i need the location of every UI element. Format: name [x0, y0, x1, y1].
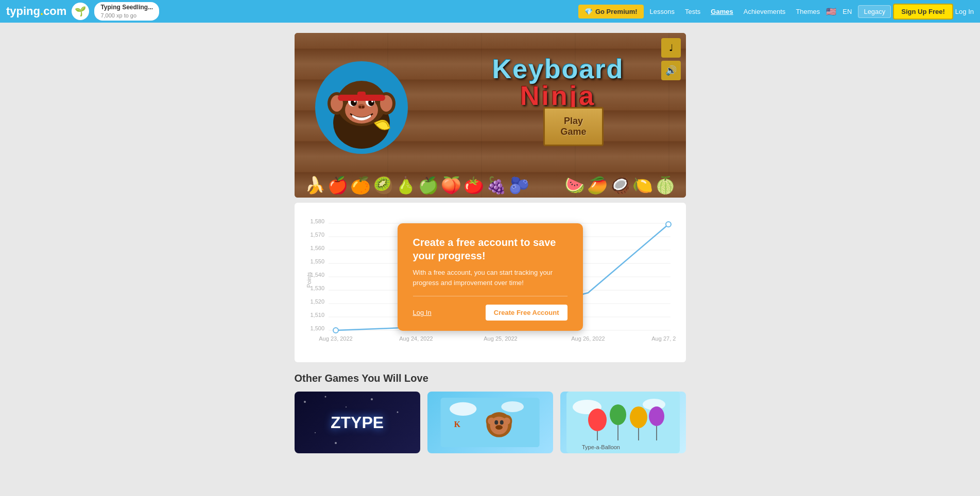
- nav: 💎 Go Premium! Lessons Tests Games Achiev…: [578, 4, 974, 20]
- svg-point-48: [346, 406, 347, 408]
- login-button[interactable]: Log In: [955, 8, 974, 15]
- signup-button[interactable]: Sign Up Free!: [893, 4, 953, 20]
- main-content: Keyboard Ninja PlayGame 🍌🍎🍊🥝🍐 🍏🍑🍅🍇🫐 🍉🥭🥥🍋…: [0, 23, 980, 474]
- svg-point-75: [649, 406, 664, 426]
- user-info[interactable]: Typing Seedling... 7,000 xp to go: [94, 2, 159, 21]
- card-divider: [413, 296, 568, 296]
- svg-point-54: [450, 402, 476, 416]
- svg-point-62: [494, 420, 498, 425]
- play-game-button[interactable]: PlayGame: [543, 107, 603, 146]
- card-actions: Log In Create Free Account: [413, 305, 568, 321]
- svg-text:1,540: 1,540: [310, 272, 324, 278]
- svg-text:Aug 26, 2022: Aug 26, 2022: [571, 335, 605, 342]
- language-flag: 🇺🇸: [826, 7, 836, 16]
- game-card-inner: K: [427, 392, 553, 453]
- svg-text:Aug 24, 2022: Aug 24, 2022: [399, 335, 433, 342]
- svg-point-63: [500, 420, 504, 425]
- sound-button[interactable]: 🔊: [661, 61, 681, 80]
- logo-area: typing.com: [6, 5, 66, 18]
- other-games-section: Other Games You Will Love ZTYPE: [295, 373, 686, 453]
- user-name: Typing Seedling...: [100, 4, 153, 12]
- sparkle-decoration: [295, 392, 420, 453]
- svg-point-49: [371, 398, 373, 400]
- other-games-title: Other Games You Will Love: [295, 373, 686, 384]
- card-create-account-button[interactable]: Create Free Account: [486, 305, 568, 321]
- header: typing.com 🌱 Typing Seedling... 7,000 xp…: [0, 0, 980, 23]
- games-grid: ZTYPE: [295, 392, 686, 453]
- legacy-button[interactable]: Legacy: [858, 5, 891, 18]
- progress-card-body: With a free account, you can start track…: [413, 268, 568, 288]
- nav-achievements[interactable]: Achievements: [740, 6, 790, 17]
- progress-card: Create a free account to save your progr…: [398, 223, 583, 331]
- svg-point-17: [362, 106, 364, 109]
- svg-point-39: [333, 328, 338, 333]
- svg-text:1,500: 1,500: [310, 325, 324, 331]
- svg-point-71: [610, 404, 626, 425]
- card-login-button[interactable]: Log In: [413, 309, 432, 316]
- svg-text:1,560: 1,560: [310, 245, 324, 251]
- keyboard-game-graphic: K: [440, 398, 540, 447]
- game-title-ninja: Ninja: [520, 80, 596, 111]
- svg-point-55: [501, 401, 524, 412]
- svg-point-64: [495, 425, 503, 430]
- svg-text:Aug 27, 2022: Aug 27, 2022: [651, 335, 676, 342]
- svg-point-69: [588, 409, 607, 431]
- nav-themes[interactable]: Themes: [792, 6, 824, 17]
- nav-games[interactable]: Games: [707, 6, 737, 17]
- balloon-game-graphic: Type-a-Balloon: [560, 392, 686, 453]
- chart-section: 1,580 1,570 1,560 1,550 1,540 1,530 1,52…: [295, 203, 686, 362]
- nav-lang[interactable]: EN: [838, 6, 856, 17]
- nav-tests[interactable]: Tests: [681, 6, 704, 17]
- logo[interactable]: typing.com: [6, 5, 66, 18]
- game-card-inner: Type-a-Balloon: [560, 392, 686, 453]
- sound-icon: 🔊: [665, 65, 677, 76]
- svg-text:1,580: 1,580: [310, 218, 324, 224]
- game-banner: Keyboard Ninja PlayGame 🍌🍎🍊🥝🍐 🍏🍑🍅🍇🫐 🍉🥭🥥🍋…: [295, 33, 686, 198]
- svg-point-40: [666, 222, 671, 227]
- go-premium-button[interactable]: 💎 Go Premium!: [578, 5, 644, 19]
- svg-point-51: [315, 432, 316, 433]
- monkey-svg: [320, 66, 403, 149]
- svg-text:1,530: 1,530: [310, 285, 324, 291]
- svg-text:Aug 25, 2022: Aug 25, 2022: [484, 335, 517, 342]
- game-title-keyboard: Keyboard: [492, 54, 624, 84]
- fruit-row: 🍌🍎🍊🥝🍐 🍏🍑🍅🍇🫐 🍉🥭🥥🍋🍈: [295, 164, 686, 198]
- music-icon: ♩: [669, 42, 673, 54]
- svg-text:1,510: 1,510: [310, 312, 324, 318]
- svg-text:1,570: 1,570: [310, 232, 324, 238]
- svg-text:1,520: 1,520: [310, 298, 324, 305]
- monkey-avatar: [315, 61, 408, 154]
- game-card-keyboard[interactable]: K: [427, 392, 553, 453]
- game-title-area: Keyboard Ninja: [492, 54, 624, 111]
- svg-point-46: [304, 401, 306, 403]
- chart-container: 1,580 1,570 1,560 1,550 1,540 1,530 1,52…: [305, 213, 676, 347]
- game-card-balloon[interactable]: Type-a-Balloon: [560, 392, 686, 453]
- svg-point-47: [324, 396, 326, 398]
- progress-card-title: Create a free account to save your progr…: [413, 236, 568, 262]
- svg-point-16: [358, 106, 361, 109]
- diamond-icon: 💎: [584, 8, 593, 15]
- svg-point-73: [630, 406, 647, 428]
- svg-text:Type-a-Balloon: Type-a-Balloon: [582, 444, 620, 450]
- svg-text:K: K: [454, 420, 461, 429]
- svg-point-50: [397, 412, 398, 413]
- sound-controls: ♩ 🔊: [661, 38, 681, 80]
- svg-rect-19: [357, 92, 366, 97]
- user-xp: 7,000 xp to go: [100, 12, 153, 19]
- svg-text:1,550: 1,550: [310, 258, 324, 264]
- music-button[interactable]: ♩: [661, 38, 681, 58]
- nav-lessons[interactable]: Lessons: [646, 6, 679, 17]
- game-card-ztype[interactable]: ZTYPE: [295, 392, 420, 453]
- svg-text:Points: Points: [306, 272, 312, 288]
- ninja-monkey: [310, 48, 413, 167]
- avatar[interactable]: 🌱: [72, 3, 89, 20]
- svg-text:Aug 23, 2022: Aug 23, 2022: [319, 335, 352, 342]
- svg-point-52: [335, 442, 337, 444]
